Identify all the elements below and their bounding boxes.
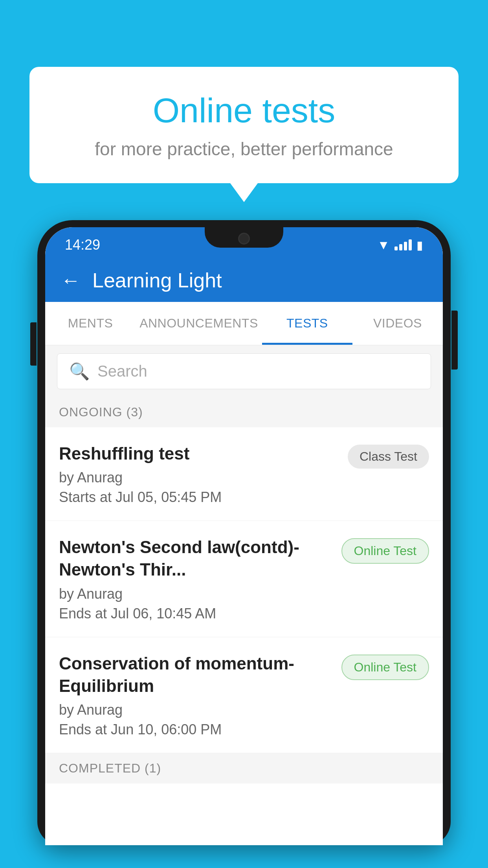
test-item[interactable]: Newton's Second law(contd)-Newton's Thir… <box>45 521 443 637</box>
test-name-2: Newton's Second law(contd)-Newton's Thir… <box>59 536 334 581</box>
tab-tests[interactable]: TESTS <box>262 302 352 345</box>
tabs-bar: MENTS ANNOUNCEMENTS TESTS VIDEOS <box>45 302 443 346</box>
battery-icon: ▮ <box>416 238 423 252</box>
test-item[interactable]: Conservation of momentum-Equilibrium by … <box>45 637 443 753</box>
test-info-1: Reshuffling test by Anurag Starts at Jul… <box>59 442 348 506</box>
tab-announcements[interactable]: ANNOUNCEMENTS <box>136 302 262 345</box>
test-badge-2: Online Test <box>341 538 429 564</box>
phone-frame: 14:29 ▼ ▮ <box>37 220 451 868</box>
test-name-1: Reshuffling test <box>59 442 340 465</box>
test-info-2: Newton's Second law(contd)-Newton's Thir… <box>59 536 341 622</box>
app-bar: ← Learning Light <box>45 259 443 302</box>
status-time: 14:29 <box>65 237 100 253</box>
ongoing-label: ONGOING (3) <box>59 405 143 419</box>
wifi-icon: ▼ <box>377 238 390 252</box>
promo-bubble: Online tests for more practice, better p… <box>29 67 459 183</box>
bubble-title: Online tests <box>61 90 427 131</box>
completed-section-header: COMPLETED (1) <box>45 753 443 783</box>
test-time-3: Ends at Jun 10, 06:00 PM <box>59 721 334 738</box>
bubble-card: Online tests for more practice, better p… <box>29 67 459 183</box>
test-author-3: by Anurag <box>59 702 334 718</box>
test-badge-1: Class Test <box>348 445 429 469</box>
test-time-2: Ends at Jul 06, 10:45 AM <box>59 605 334 622</box>
phone-body: 14:29 ▼ ▮ <box>37 220 451 845</box>
bubble-subtitle: for more practice, better performance <box>61 138 427 160</box>
camera <box>238 233 250 245</box>
test-time-1: Starts at Jul 05, 05:45 PM <box>59 489 340 506</box>
phone-notch <box>205 227 283 248</box>
ongoing-section-header: ONGOING (3) <box>45 397 443 427</box>
completed-label: COMPLETED (1) <box>59 761 161 775</box>
search-icon: 🔍 <box>69 362 90 381</box>
back-button[interactable]: ← <box>61 269 81 292</box>
signal-icon <box>394 239 412 250</box>
test-badge-3: Online Test <box>341 655 429 680</box>
tab-videos[interactable]: VIDEOS <box>352 302 443 345</box>
search-box[interactable]: 🔍 Search <box>57 353 431 389</box>
status-icons: ▼ ▮ <box>377 238 423 252</box>
test-name-3: Conservation of momentum-Equilibrium <box>59 652 334 697</box>
test-info-3: Conservation of momentum-Equilibrium by … <box>59 652 341 738</box>
search-placeholder: Search <box>97 362 147 380</box>
tab-ments[interactable]: MENTS <box>45 302 136 345</box>
test-item[interactable]: Reshuffling test by Anurag Starts at Jul… <box>45 427 443 521</box>
app-title: Learning Light <box>92 268 222 292</box>
background: Online tests for more practice, better p… <box>0 0 488 868</box>
test-list: Reshuffling test by Anurag Starts at Jul… <box>45 427 443 753</box>
test-author-2: by Anurag <box>59 586 334 602</box>
search-container: 🔍 Search <box>45 346 443 397</box>
phone-screen: 14:29 ▼ ▮ <box>45 227 443 845</box>
test-author-1: by Anurag <box>59 469 340 486</box>
